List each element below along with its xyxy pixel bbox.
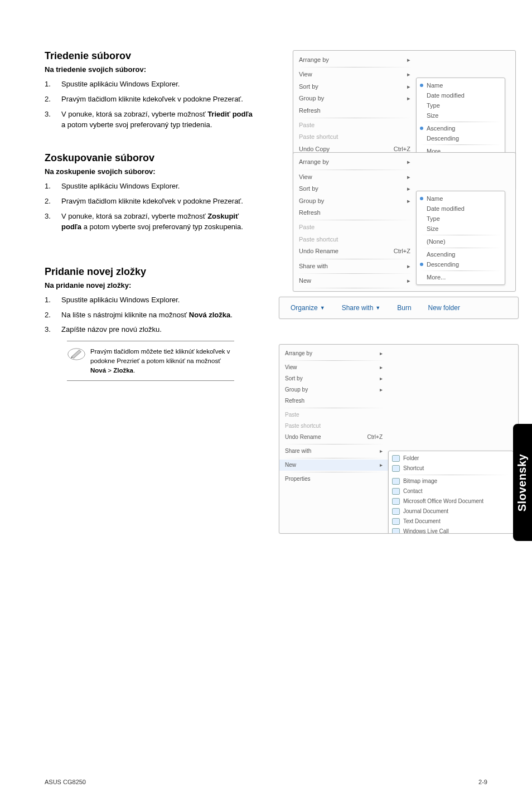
menu-label: View	[285, 364, 297, 371]
submenu-item-descending[interactable]: Descending	[417, 133, 505, 143]
step-number: 1.	[45, 181, 61, 192]
submenu-item-date-modified[interactable]: Date modified	[417, 90, 505, 100]
submenu-item-size[interactable]: Size	[417, 110, 505, 120]
step-text: Spustite aplikáciu Windows Explorer.	[61, 295, 257, 306]
toolbar-burn[interactable]: Burn	[397, 304, 411, 312]
submenu-item-type[interactable]: Type	[417, 214, 505, 224]
submenu-item-ascending[interactable]: Ascending	[417, 249, 505, 259]
menu-item-view[interactable]: View▸	[293, 171, 416, 183]
section-sort-steps: 1.Spustite aplikáciu Windows Explorer. 2…	[45, 79, 257, 130]
submenu-item-journal[interactable]: Journal Document	[389, 506, 513, 516]
menu-label: Refresh	[285, 397, 304, 405]
list-item: 1.Spustite aplikáciu Windows Explorer.	[45, 79, 257, 90]
step-text-bold: Nová zložka	[189, 311, 230, 319]
submenu-label: Microsoft Office Word Document	[403, 498, 483, 504]
submenu-item-name[interactable]: Name	[417, 80, 505, 90]
list-item: 2.Na lište s nástrojmi kliknite na možno…	[45, 310, 257, 321]
toolbar-label: Share with	[342, 304, 374, 312]
submenu-label: Folder	[403, 455, 419, 461]
note-pre: Pravým tlačidlom môžete tiež kliknúť kde…	[90, 348, 230, 364]
menu-item-new[interactable]: New▸	[279, 460, 388, 471]
submenu-item-none[interactable]: (None)	[417, 236, 505, 247]
menu-item-group-by[interactable]: Group by▸	[293, 195, 416, 207]
bitmap-icon	[392, 478, 400, 485]
menu-item-sort-by[interactable]: Sort by▸	[293, 183, 416, 195]
menu-item-share-with[interactable]: Share with▸	[279, 446, 388, 457]
toolbar-share-with[interactable]: Share with▼	[342, 304, 381, 312]
menu-separator	[283, 458, 385, 458]
menu-label: Paste	[285, 411, 299, 419]
menu-item-undo-rename[interactable]: Undo RenameCtrl+Z	[279, 432, 388, 443]
menu-item-refresh[interactable]: Refresh	[293, 105, 416, 117]
bullet-icon	[420, 84, 423, 87]
step-number: 3.	[45, 325, 61, 335]
chevron-right-icon: ▸	[380, 364, 383, 371]
chevron-right-icon: ▸	[407, 94, 410, 103]
menu-item-group-by[interactable]: Group by▸	[279, 384, 388, 395]
submenu-item-name[interactable]: Name	[417, 194, 505, 204]
submenu-item-shortcut[interactable]: Shortcut	[389, 463, 513, 474]
section-newfolder-subhead: Na pridanie novej zložky:	[45, 281, 257, 289]
menu-item-refresh[interactable]: Refresh	[293, 207, 416, 219]
menu-label: Paste	[299, 121, 315, 129]
menu-item-view[interactable]: View▸	[279, 362, 388, 373]
menu-separator	[297, 220, 413, 220]
menu-label: Paste shortcut	[299, 235, 338, 244]
section-newfolder-text: Pridanie novej zložky Na pridanie novej …	[45, 266, 257, 381]
toolbar-new-folder[interactable]: New folder	[428, 304, 460, 312]
step-text: Na lište s nástrojmi kliknite na možnosť…	[61, 310, 257, 321]
menu-separator	[420, 144, 501, 145]
menu-item-view[interactable]: View▸	[293, 69, 416, 80]
menu-label: Group by	[299, 94, 324, 103]
bullet-placeholder	[420, 217, 423, 220]
menu-separator	[297, 118, 413, 118]
submenu-item-type[interactable]: Type	[417, 100, 505, 110]
chevron-down-icon: ▼	[320, 305, 325, 311]
menu-item-arrange-by[interactable]: Arrange by▸	[293, 156, 416, 168]
menu-separator	[283, 472, 385, 472]
livecall-icon	[392, 528, 400, 534]
submenu-item-text[interactable]: Text Document	[389, 516, 513, 526]
submenu-item-livecall[interactable]: Windows Live Call	[389, 526, 513, 534]
chevron-right-icon: ▸	[407, 158, 410, 166]
submenu-item-folder[interactable]: Folder	[389, 453, 513, 463]
toolbar-organize[interactable]: Organize▼	[291, 304, 325, 312]
menu-item-sort-by[interactable]: Sort by▸	[279, 373, 388, 384]
menu-item-undo-rename[interactable]: Undo RenameCtrl+Z	[293, 245, 416, 257]
submenu-item-contact[interactable]: Contact	[389, 486, 513, 496]
chevron-right-icon: ▸	[380, 447, 383, 455]
section-newfolder-title: Pridanie novej zložky	[45, 266, 257, 278]
page-footer: ASUS CG8250 2-9	[45, 779, 487, 785]
menu-item-refresh[interactable]: Refresh	[279, 395, 388, 407]
folder-icon	[392, 455, 400, 462]
note-box: Pravým tlačidlom môžete tiež kliknúť kde…	[67, 341, 234, 381]
menu-label: Arrange by	[285, 350, 312, 357]
bullet-placeholder	[420, 137, 423, 140]
submenu-item-word[interactable]: Microsoft Office Word Document	[389, 496, 513, 506]
submenu-item-bitmap[interactable]: Bitmap image	[389, 476, 513, 486]
menu-item-arrange-by[interactable]: Arrange by▸	[279, 348, 388, 359]
submenu-item-ascending[interactable]: Ascending	[417, 123, 505, 133]
submenu-item-size[interactable]: Size	[417, 224, 505, 234]
footer-right: 2-9	[478, 779, 487, 785]
menu-label: Share with	[285, 447, 311, 455]
section-sort-subhead: Na triedenie svojich súborov:	[45, 65, 257, 74]
step-text-pre: V ponuke, ktorá sa zobrazí, vyberte možn…	[61, 212, 207, 220]
submenu-item-date-modified[interactable]: Date modified	[417, 204, 505, 214]
menu-item-group-by[interactable]: Group by▸	[293, 93, 416, 104]
submenu-label: Journal Document	[403, 508, 448, 514]
menu-separator	[297, 67, 413, 67]
chevron-right-icon: ▸	[407, 56, 410, 64]
submenu-label: Text Document	[403, 518, 441, 524]
menu-label: View	[299, 173, 312, 181]
context-menu: Arrange by▸ View▸ Sort by▸ Group by▸ Ref…	[279, 345, 388, 488]
step-text: Spustite aplikáciu Windows Explorer.	[61, 181, 257, 192]
section-newfolder-steps: 1.Spustite aplikáciu Windows Explorer. 2…	[45, 295, 257, 336]
menu-item-properties[interactable]: Properties	[279, 474, 388, 485]
menu-label: New	[285, 461, 296, 469]
menu-item-sort-by[interactable]: Sort by▸	[293, 81, 416, 93]
chevron-right-icon: ▸	[407, 173, 410, 181]
menu-separator	[420, 248, 501, 248]
menu-item-arrange-by[interactable]: Arrange by▸	[293, 54, 416, 66]
step-text: Pravým tlačidlom kliknite kdekoľvek v po…	[61, 196, 257, 207]
